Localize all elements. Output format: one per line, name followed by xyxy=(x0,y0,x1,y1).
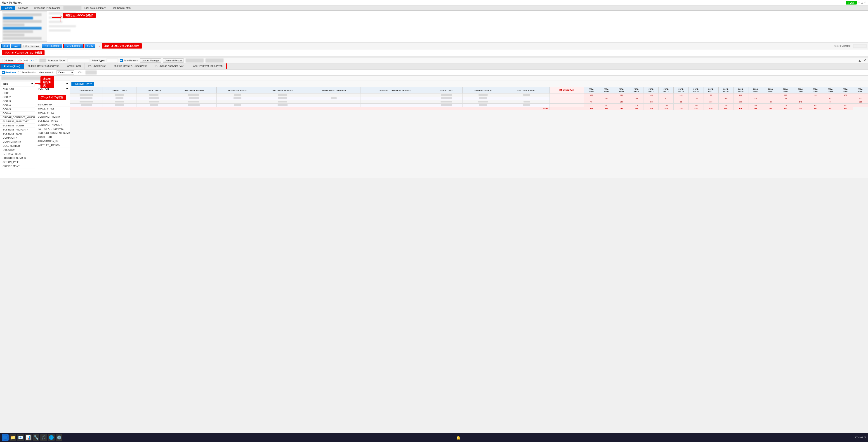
test-badge: TEST xyxy=(846,1,857,4)
close-icon[interactable]: ✕ xyxy=(864,1,866,4)
book-item[interactable] xyxy=(3,20,41,23)
pivot-tab-paper-pnl[interactable]: Paper Pnl Pivot Table(Pivot) xyxy=(188,63,227,69)
field-book5[interactable]: •BOOK5 xyxy=(0,107,35,111)
realtime-checkbox[interactable] xyxy=(2,71,5,74)
save-button[interactable]: Save xyxy=(11,44,21,48)
field-book3[interactable]: •BOOK3 xyxy=(0,99,35,103)
th-date-0416: 2024-04-16 xyxy=(688,88,704,94)
th-date-0411: 2024-04-11 xyxy=(644,88,659,94)
pivot-tab-position[interactable]: Position(Pivot) xyxy=(0,63,24,69)
price-type-select[interactable] xyxy=(107,59,118,63)
cob-blurred-extra1 xyxy=(186,59,204,63)
field-pricing-month[interactable]: •PRICING MONTH xyxy=(0,164,35,168)
min-unit-select[interactable]: Deals xyxy=(56,70,74,74)
tab-runpass[interactable]: Runpass xyxy=(16,6,31,10)
mid-field-transaction-id[interactable]: •TRANSACTION_ID xyxy=(35,139,70,143)
pivot-tab-pl-sheet[interactable]: P/L Sheet(Pivot) xyxy=(85,63,110,69)
pricing-day-button[interactable]: PRICING DAY ▾ xyxy=(71,82,94,86)
pivot-tab-multiday-pl[interactable]: Multiple Days P/L Sheet(Pivot) xyxy=(110,63,151,69)
tab-breaching[interactable]: Breaching Price Marker xyxy=(31,6,63,10)
field-book2[interactable]: •BOOK2 xyxy=(0,95,35,99)
mid-field-contract-month[interactable]: •CONTRACT_MONTH xyxy=(35,115,70,119)
field-account[interactable]: •ACCOUNT xyxy=(0,87,35,91)
field-business-inventory[interactable]: •BUSINESS_INVENTORY xyxy=(0,120,35,124)
table-type-annotation: 表の種類を選択 xyxy=(40,76,54,88)
cob-next-arrow[interactable]: › xyxy=(33,59,33,62)
mid-field-trade-type1[interactable]: •TRADE_TYPE1 xyxy=(35,107,70,111)
realtime-annotation: リアルタイムのポジションを確認 xyxy=(2,50,44,55)
mid-field-product-comment[interactable]: •PRODUCT_COMMENT_NUMBER xyxy=(35,131,70,135)
book-item[interactable] xyxy=(3,24,24,26)
close-panel-icon[interactable]: ✕ xyxy=(863,58,866,63)
zero-position-checkbox[interactable] xyxy=(18,71,21,74)
cob-prev-arrow[interactable]: ‹ xyxy=(31,59,32,62)
book-item[interactable] xyxy=(3,30,33,33)
field-book6[interactable]: •BOOK6 xyxy=(0,111,35,115)
pivot-tab-greek[interactable]: Greek(Pivot) xyxy=(63,63,85,69)
layout-manage-button[interactable]: Layout Manage xyxy=(140,59,161,63)
th-benchmark: BENCHMARK xyxy=(70,88,102,94)
table-type-area: Table 表の種類を選択 xyxy=(0,81,35,87)
middle-panel: Integer Sum POSITION データタイプを取得 •BENCHMAR… xyxy=(35,81,70,178)
field-direction[interactable]: •DIRECTION xyxy=(0,148,35,152)
mid-field-trade-date[interactable]: •TRADE_DATE xyxy=(35,135,70,139)
minimize-icon[interactable]: ─ xyxy=(858,1,860,4)
book-item[interactable] xyxy=(3,34,24,36)
search-book-button[interactable]: Search BOOK xyxy=(63,44,84,48)
book-item[interactable] xyxy=(3,17,33,20)
add-button[interactable]: Add xyxy=(1,44,10,48)
apply-annotation-container: → 取得したポジション結果を適用 xyxy=(97,43,142,48)
mid-field-whether-agency[interactable]: •WHETHER_AGENCY xyxy=(35,143,70,147)
cob-refresh-icon[interactable]: ↻ xyxy=(35,59,37,62)
field-book[interactable]: •BOOK xyxy=(0,91,35,95)
field-deal-number[interactable]: •DEAL_NUMBER xyxy=(0,144,35,148)
field-logistics-number[interactable]: •LOGISTICS_NUMBER xyxy=(0,156,35,160)
realtime-label: Realtime xyxy=(5,71,16,74)
field-option-type[interactable]: •OPTION_TYPE xyxy=(0,160,35,164)
content-spacer xyxy=(70,110,868,178)
refresh-book-button[interactable]: Refresh BOOK xyxy=(42,44,62,48)
runpass-type-select[interactable] xyxy=(67,59,90,63)
field-business-year[interactable]: •BUSINESS_YEAR xyxy=(0,132,35,136)
filter-bar: ← xyxy=(0,76,868,81)
field-business-month[interactable]: •BUSINESS_MONTH xyxy=(0,124,35,128)
tab-risk-summary[interactable]: Risk data summary xyxy=(82,6,108,10)
apply-button[interactable]: Apply xyxy=(85,44,95,48)
th-trade-type1: TRADE_TYPE1 xyxy=(102,88,137,94)
cob-blurred-extra2 xyxy=(206,59,223,63)
window-controls[interactable]: ─ □ ✕ xyxy=(858,1,866,4)
mid-field-business-types[interactable]: •BUSINESS_TYPES xyxy=(35,119,70,123)
mid-field-benchmark[interactable]: •BENCHMARK xyxy=(35,103,70,107)
title-bar: Mark To Market TEST ─ □ ✕ xyxy=(0,0,868,5)
collapse-icon[interactable]: ▲ xyxy=(858,59,862,63)
uom-select-blurred[interactable] xyxy=(86,70,97,74)
mid-field-contract-number[interactable]: •CONTRACT_NUMBER xyxy=(35,123,70,127)
field-book4[interactable]: •BOOK4 xyxy=(0,103,35,107)
pivot-tab-multiday[interactable]: Multiple Days Position(Pivot) xyxy=(24,63,63,69)
maximize-icon[interactable]: □ xyxy=(861,1,863,4)
book-selector-panel[interactable] xyxy=(2,11,47,41)
cob-nav-arrows[interactable]: ‹ › xyxy=(31,59,34,62)
tab-risk-control[interactable]: Risk Control Mtm xyxy=(109,6,133,10)
th-date-0419: 2024-04-19 xyxy=(733,88,748,94)
mid-field-participate-runpass[interactable]: •PARTICIPATE_RUNPASS xyxy=(35,127,70,131)
field-business-property[interactable]: •BUSINESS_PROPERTY xyxy=(0,128,35,132)
book-item[interactable] xyxy=(3,27,41,30)
tab-position[interactable]: Position xyxy=(1,6,15,10)
th-business-types: BUSINESS_TYPES xyxy=(217,88,258,94)
table-type-select[interactable]: Table xyxy=(1,82,34,86)
filter-button[interactable]: Filter Criterias xyxy=(22,44,41,48)
pivot-tab-pl-change[interactable]: PL Change Analysis(Pivot) xyxy=(151,63,188,69)
table-row: 100 200 150 120 80 200 100 xyxy=(70,94,868,97)
data-table-container[interactable]: BENCHMARK TRADE_TYPE1 TRADE_TYPE2 CONTRA… xyxy=(70,87,868,110)
auto-refresh-checkbox[interactable] xyxy=(120,59,123,62)
field-commodity[interactable]: •COMMODITY xyxy=(0,136,35,140)
field-bridge-contract[interactable]: •BRIDGE_CONTRACT_NUMBER xyxy=(0,115,35,120)
mid-field-trade-type2[interactable]: •TRADE_TYPE2 xyxy=(35,111,70,115)
general-report-button[interactable]: General Report xyxy=(163,59,184,63)
field-counterparty[interactable]: •COUNTERPARTY xyxy=(0,140,35,144)
field-internal-deal[interactable]: •INTERNAL_DEAL xyxy=(0,152,35,156)
book-item[interactable] xyxy=(3,13,41,16)
book-item[interactable] xyxy=(3,37,41,40)
table-row: 150 180 90 110 200 130 80 xyxy=(70,97,868,100)
